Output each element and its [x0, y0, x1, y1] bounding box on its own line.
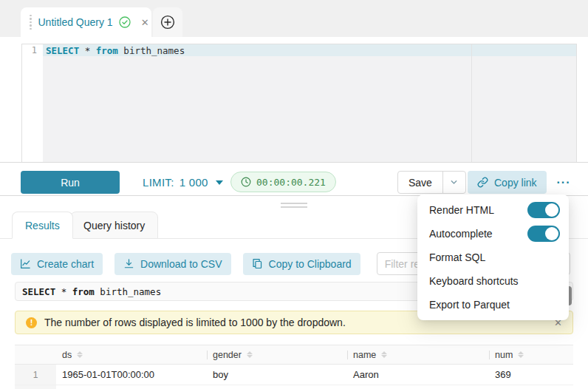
- sql-code-line[interactable]: SELECT * from birth_names: [46, 45, 185, 56]
- column-header-num[interactable]: num: [489, 345, 573, 364]
- download-csv-button[interactable]: Download to CSV: [114, 253, 231, 275]
- header-label: num: [495, 350, 513, 360]
- sql-keyword: from: [96, 45, 118, 56]
- copy-link-label: Copy link: [494, 177, 537, 189]
- cell-ds: 1965-01-01T00:00:00: [56, 365, 207, 385]
- pane-resize-handle[interactable]: [281, 203, 307, 210]
- sql-editor[interactable]: 1 SELECT * from birth_names: [21, 44, 577, 162]
- query-timer-badge: 00:00:00.221: [230, 172, 336, 192]
- cell-name: Aaron: [347, 365, 489, 385]
- link-icon: [477, 177, 488, 188]
- menu-item-label: Keyboard shortcuts: [429, 275, 560, 287]
- query-tab-title: Untitled Query 1: [38, 16, 113, 28]
- sort-icon[interactable]: [77, 351, 83, 358]
- menu-item-label: Autocomplete: [429, 228, 527, 240]
- render-html-toggle[interactable]: [527, 202, 560, 218]
- sql-keyword: from: [72, 286, 95, 297]
- sql-keyword: SELECT: [46, 45, 79, 56]
- tab-untitled-query-1[interactable]: Untitled Query 1 ✕: [21, 7, 151, 37]
- create-chart-label: Create chart: [37, 258, 94, 270]
- tab-results[interactable]: Results: [12, 212, 73, 239]
- sort-icon[interactable]: [518, 351, 524, 358]
- sql-table-name: birth_names: [118, 45, 185, 56]
- download-csv-label: Download to CSV: [140, 258, 222, 270]
- menu-item-export-parquet[interactable]: Export to Parquet: [417, 293, 569, 317]
- menu-item-keyboard-shortcuts[interactable]: Keyboard shortcuts: [417, 269, 569, 293]
- plus-circle-icon: [160, 15, 175, 30]
- menu-item-format-sql[interactable]: Format SQL: [417, 246, 569, 269]
- run-toolbar: Run LIMIT: 1 000 00:00:00.221 Save Copy …: [0, 162, 588, 195]
- new-query-tab-button[interactable]: [153, 7, 182, 37]
- sql-table-name: birth_names: [95, 286, 161, 297]
- chart-icon: [20, 258, 31, 269]
- tab-query-history[interactable]: Query history: [70, 212, 158, 239]
- menu-item-label: Format SQL: [429, 251, 560, 263]
- menu-item-render-html[interactable]: Render HTML: [417, 198, 569, 222]
- limit-label: LIMIT:: [143, 176, 174, 189]
- chevron-down-icon: [450, 178, 458, 186]
- menu-item-label: Export to Parquet: [429, 299, 560, 311]
- save-split-button: Save: [397, 171, 466, 194]
- cell-gender: boy: [207, 365, 347, 385]
- table-row[interactable]: 1 1965-01-01T00:00:00 boy Aaron 369: [15, 365, 573, 385]
- caret-down-icon: [216, 180, 223, 185]
- clock-icon: [241, 177, 251, 187]
- line-number: 1: [22, 44, 43, 55]
- query-tab-strip: Untitled Query 1 ✕: [0, 0, 588, 37]
- more-options-button[interactable]: ···: [551, 171, 576, 194]
- editor-gutter: 1: [22, 44, 43, 162]
- download-icon: [123, 258, 134, 269]
- sort-icon[interactable]: [247, 351, 253, 358]
- limit-value: 1 000: [180, 176, 208, 189]
- warning-icon: !: [26, 317, 37, 328]
- sort-icon[interactable]: [381, 351, 387, 358]
- alert-message: The number of rows displayed is limited …: [44, 317, 346, 328]
- elapsed-time: 00:00:00.221: [256, 177, 326, 188]
- query-success-icon: [119, 16, 131, 28]
- sql-star: *: [79, 45, 96, 56]
- table-header-row: ds gender name num: [15, 345, 573, 365]
- column-header-gender[interactable]: gender: [207, 345, 347, 364]
- sql-keyword: SELECT: [22, 286, 55, 297]
- row-index-cell: 1: [15, 365, 56, 385]
- print-margin-line: [471, 44, 472, 162]
- header-label: gender: [213, 350, 242, 360]
- copy-link-button[interactable]: Copy link: [468, 171, 547, 194]
- copy-icon: [252, 258, 263, 269]
- options-dropdown-menu: Render HTML Autocomplete Format SQL Keyb…: [417, 194, 569, 320]
- drag-handle-icon[interactable]: [30, 15, 32, 30]
- sql-lab-window: Untitled Query 1 ✕ 1 SELECT * from birth…: [0, 0, 588, 389]
- create-chart-button[interactable]: Create chart: [11, 253, 103, 275]
- column-header-name[interactable]: name: [347, 345, 489, 364]
- header-label: name: [353, 350, 376, 360]
- row-index-header: [15, 345, 56, 364]
- limit-dropdown[interactable]: LIMIT: 1 000: [143, 171, 223, 194]
- copy-to-clipboard-button[interactable]: Copy to Clipboard: [243, 253, 360, 275]
- close-tab-icon[interactable]: ✕: [141, 18, 149, 27]
- autocomplete-toggle[interactable]: [527, 226, 560, 242]
- menu-item-label: Render HTML: [429, 204, 527, 216]
- column-header-ds[interactable]: ds: [56, 345, 207, 364]
- save-options-button[interactable]: [442, 172, 465, 193]
- menu-item-autocomplete[interactable]: Autocomplete: [417, 222, 569, 246]
- copy-to-clipboard-label: Copy to Clipboard: [269, 258, 352, 270]
- sql-star: *: [55, 286, 72, 297]
- cell-num: 369: [489, 365, 573, 385]
- table-row-partial: [15, 385, 573, 389]
- save-button[interactable]: Save: [398, 172, 442, 193]
- results-table: ds gender name num 1 1965-01-01T00:00:00…: [15, 345, 573, 389]
- header-label: ds: [62, 350, 72, 360]
- run-button[interactable]: Run: [21, 171, 120, 194]
